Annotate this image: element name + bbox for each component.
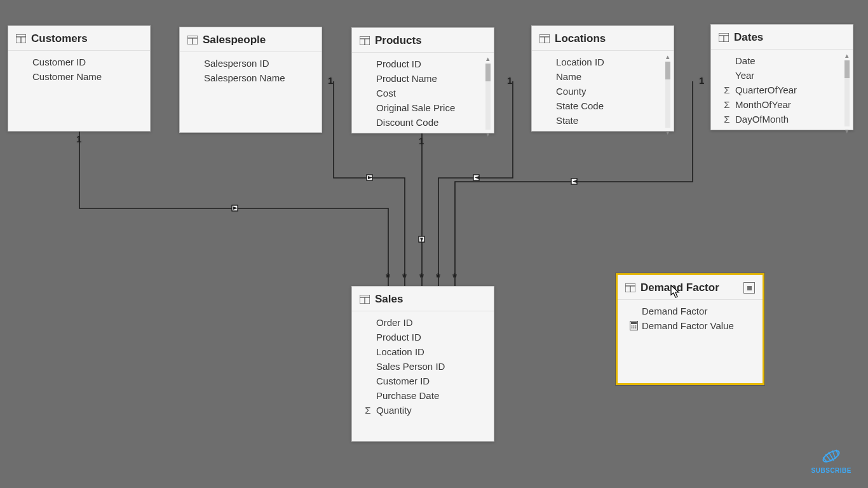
scroll-down-icon[interactable]: ▾ xyxy=(845,128,849,135)
field[interactable]: Original Sale Price xyxy=(352,100,494,115)
field-list: Date Year ΣQuarterOfYear ΣMonthOfYear ΣD… xyxy=(711,50,853,137)
field[interactable]: ΣDayOfMonth xyxy=(711,112,853,126)
svg-marker-8 xyxy=(475,176,479,179)
cardinality-many: * xyxy=(402,271,407,285)
field-list: Demand Factor Demand Factor Value xyxy=(618,300,763,339)
table-title: Demand Factor xyxy=(641,281,719,294)
field[interactable]: Name xyxy=(532,69,674,84)
svg-rect-32 xyxy=(631,322,637,324)
svg-marker-6 xyxy=(368,176,372,179)
svg-point-34 xyxy=(633,325,634,327)
field[interactable]: Order ID xyxy=(352,315,494,330)
scroll-up-icon[interactable]: ▴ xyxy=(666,53,670,60)
scroll-down-icon[interactable]: ▾ xyxy=(666,129,670,136)
svg-marker-7 xyxy=(420,238,423,242)
table-demand-factor[interactable]: Demand Factor Demand Factor Demand Facto… xyxy=(616,273,764,385)
field[interactable]: County xyxy=(532,84,674,98)
field[interactable]: Sales Person ID xyxy=(352,359,494,374)
field[interactable]: Discount Code xyxy=(352,115,494,130)
table-salespeople[interactable]: Salespeople Salesperson ID Salesperson N… xyxy=(179,27,322,133)
scrollbar[interactable]: ▴ ▾ xyxy=(484,55,492,138)
table-sales[interactable]: Sales Order ID Product ID Location ID Sa… xyxy=(351,286,494,442)
table-icon xyxy=(360,295,370,304)
table-title: Locations xyxy=(555,32,606,45)
maximize-icon[interactable] xyxy=(743,282,755,294)
table-header[interactable]: Sales xyxy=(352,287,494,311)
sigma-icon: Σ xyxy=(720,85,734,95)
field[interactable]: Year xyxy=(711,68,853,83)
cardinality-one: 1 xyxy=(76,133,81,144)
calculator-icon xyxy=(627,321,641,330)
table-customers[interactable]: Customers Customer ID Customer Name xyxy=(8,25,151,132)
field[interactable]: Customer Name xyxy=(8,69,150,84)
scroll-down-icon[interactable]: ▾ xyxy=(486,131,490,138)
field[interactable]: Salesperson ID xyxy=(180,56,322,71)
scrollbar[interactable]: ▴ ▾ xyxy=(663,53,672,136)
field[interactable]: State Code xyxy=(532,98,674,113)
svg-marker-5 xyxy=(233,207,238,210)
table-title: Dates xyxy=(734,31,763,44)
table-dates[interactable]: Dates Date Year ΣQuarterOfYear ΣMonthOfY… xyxy=(710,24,853,130)
table-title: Sales xyxy=(375,293,403,306)
cardinality-many: * xyxy=(419,271,424,285)
field[interactable]: ΣQuarterOfYear xyxy=(711,83,853,97)
svg-point-36 xyxy=(631,327,632,329)
sigma-icon: Σ xyxy=(720,99,734,110)
table-icon xyxy=(719,33,729,42)
table-title: Salespeople xyxy=(203,34,266,46)
svg-rect-0 xyxy=(232,205,238,211)
field-list: Salesperson ID Salesperson Name xyxy=(180,52,322,92)
cardinality-one: 1 xyxy=(328,75,333,86)
field[interactable]: Product ID xyxy=(352,57,494,71)
svg-rect-3 xyxy=(473,175,479,180)
field-list: Location ID Name County State Code State… xyxy=(532,51,674,139)
table-header[interactable]: Demand Factor xyxy=(618,275,763,300)
sigma-icon: Σ xyxy=(361,405,375,416)
field[interactable]: Demand Factor Value xyxy=(618,318,763,333)
cardinality-many: * xyxy=(452,271,457,285)
svg-point-38 xyxy=(635,327,636,329)
svg-marker-9 xyxy=(573,180,577,183)
field[interactable]: Location ID xyxy=(352,344,494,359)
table-header[interactable]: Salespeople xyxy=(180,27,322,52)
cardinality-one: 1 xyxy=(699,75,704,86)
field[interactable]: State xyxy=(532,113,674,128)
table-icon xyxy=(187,36,198,44)
field[interactable]: Location ID xyxy=(532,55,674,69)
field[interactable]: ΣQuantity xyxy=(352,403,494,417)
field[interactable]: Product Name xyxy=(352,71,494,86)
table-icon xyxy=(360,36,370,45)
table-header[interactable]: Dates xyxy=(711,25,853,50)
table-header[interactable]: Products xyxy=(352,28,494,53)
field[interactable]: Customer ID xyxy=(352,374,494,388)
table-title: Customers xyxy=(31,32,88,45)
field[interactable]: Date xyxy=(711,53,853,68)
svg-rect-2 xyxy=(419,236,424,242)
table-locations[interactable]: Locations Location ID Name County State … xyxy=(531,25,674,132)
field[interactable]: Salesperson Name xyxy=(180,71,322,85)
model-canvas[interactable]: 1 1 1 1 1 * * * * * Customers Customer I… xyxy=(0,0,868,488)
table-products[interactable]: Products Product ID Product Name Cost Or… xyxy=(351,27,494,133)
scroll-up-icon[interactable]: ▴ xyxy=(486,55,490,62)
cardinality-one: 1 xyxy=(507,75,512,86)
field[interactable]: Product ID xyxy=(352,330,494,344)
svg-rect-4 xyxy=(571,179,577,184)
field[interactable]: Customer ID xyxy=(8,55,150,69)
field-list: Order ID Product ID Location ID Sales Pe… xyxy=(352,311,494,424)
table-title: Products xyxy=(375,34,422,47)
table-icon xyxy=(539,34,550,43)
table-header[interactable]: Locations xyxy=(532,26,674,51)
scroll-up-icon[interactable]: ▴ xyxy=(845,52,849,59)
sigma-icon: Σ xyxy=(720,114,734,125)
svg-point-35 xyxy=(635,325,636,327)
subscribe-watermark: SUBSCRIBE xyxy=(811,447,851,474)
svg-point-33 xyxy=(631,325,632,327)
field[interactable]: Purchase Date xyxy=(352,388,494,403)
field[interactable]: Demand Factor xyxy=(618,304,763,318)
field[interactable]: ΣMonthOfYear xyxy=(711,97,853,112)
scrollbar[interactable]: ▴ ▾ xyxy=(843,52,851,135)
cardinality-many: * xyxy=(386,271,390,285)
field[interactable]: Cost xyxy=(352,86,494,100)
table-header[interactable]: Customers xyxy=(8,26,150,51)
cardinality-many: * xyxy=(436,271,440,285)
